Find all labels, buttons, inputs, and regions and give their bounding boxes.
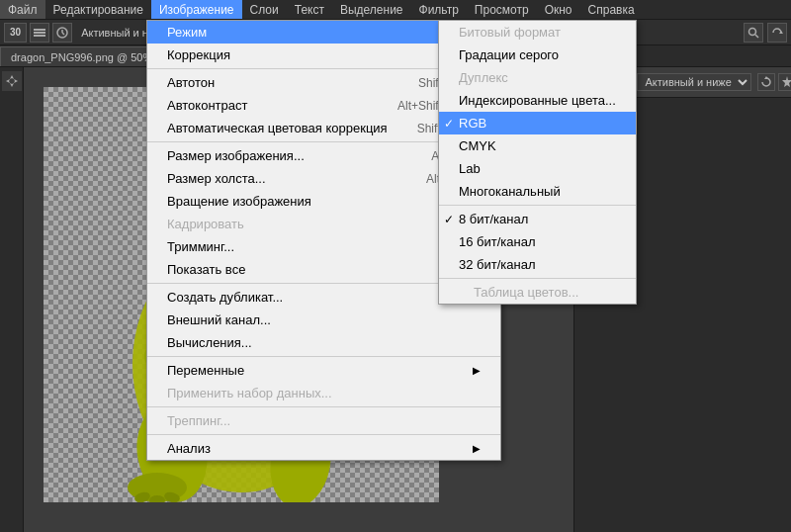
svg-marker-8 [779,31,783,34]
menu-item-analysis[interactable]: Анализ ▶ [147,437,500,460]
menu-item-trapping[interactable]: Треппинг... [147,409,500,432]
search-icon [747,27,759,39]
mode-item-16bit[interactable]: 16 бит/канал [439,230,636,253]
mode-item-cmyk[interactable]: CMYK [439,134,636,157]
menu-item-variables[interactable]: Переменные ▶ [147,359,500,382]
svg-rect-2 [34,35,45,37]
svg-rect-0 [34,29,45,31]
mode-item-grayscale[interactable]: Градации серого [439,44,636,66]
tab-label: dragon_PNG996.png @ 50% [11,51,152,63]
svg-marker-9 [6,75,18,87]
history-icon [55,26,69,40]
sep-mode-1 [439,205,636,206]
settings-icon [781,76,791,88]
mode-submenu: Битовый формат Градации серого Дуплекс И… [438,20,637,305]
check-icon: ✓ [444,117,454,131]
menu-help[interactable]: Справка [580,0,643,19]
svg-line-5 [62,33,64,35]
menu-image[interactable]: Изображение [151,0,242,19]
sep-5 [147,406,500,407]
mode-item-bitmap[interactable]: Битовый формат [439,21,636,44]
refresh-icon [760,76,772,88]
menu-item-applydataset[interactable]: Применить набор данных... [147,382,500,404]
menu-file[interactable]: Файл [0,0,45,19]
toolbar-search-icon[interactable] [744,23,763,43]
mode-item-8bit[interactable]: ✓ 8 бит/канал [439,208,636,230]
menubar: Файл Редактирование Изображение Слои Тек… [0,0,791,20]
mode-item-multichannel[interactable]: Многоканальный [439,180,636,203]
sep-4 [147,356,500,357]
svg-point-6 [749,28,756,35]
toolbar-icon-2[interactable] [52,23,72,43]
sep-mode-2 [439,278,636,279]
rotate-icon [771,27,783,39]
svg-line-7 [755,35,758,38]
sep-6 [147,434,500,435]
panel-btn-1[interactable] [757,73,775,91]
menu-view[interactable]: Просмотр [467,0,537,19]
mode-select[interactable]: Активный и ниже Активный Все [637,73,751,91]
check-icon-8bit: ✓ [444,213,454,226]
menu-item-mode-label: Режим [167,25,207,40]
menu-filter[interactable]: Фильтр [411,0,467,19]
move-icon [5,74,19,88]
mode-item-rgb[interactable]: ✓ RGB [439,112,636,134]
mode-item-indexedcolor[interactable]: Индексированные цвета... [439,89,636,112]
mode-item-duotone[interactable]: Дуплекс [439,66,636,89]
tool-move[interactable] [2,71,22,91]
menu-window[interactable]: Окно [537,0,580,19]
view-mode-btn[interactable]: 30 [4,23,27,43]
toolbar-zoom-icon[interactable] [767,23,787,43]
tools-panel [0,67,24,532]
svg-marker-29 [782,76,791,87]
toolbar-icon-1[interactable] [30,23,49,43]
menu-select[interactable]: Выделение [332,0,411,19]
panel-btn-2[interactable] [778,73,791,91]
mode-item-lab[interactable]: Lab [439,157,636,180]
menu-item-correction-label: Коррекция [167,47,230,62]
menu-edit[interactable]: Редактирование [45,0,151,19]
menu-layers[interactable]: Слои [242,0,287,19]
layers-icon [33,26,46,40]
mode-item-32bit[interactable]: 32 бит/канал [439,253,636,276]
mode-item-colortable[interactable]: Таблица цветов... [439,281,636,304]
svg-rect-1 [34,32,45,34]
menu-item-calculations[interactable]: Вычисления... [147,331,500,354]
menu-text[interactable]: Текст [287,0,332,19]
menu-item-applychannel[interactable]: Внешний канал... [147,309,500,331]
